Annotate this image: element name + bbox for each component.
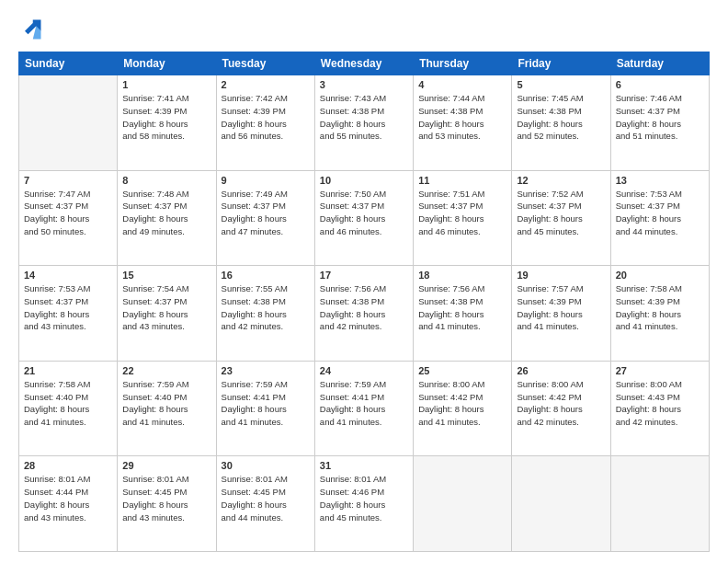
calendar-cell: 23Sunrise: 7:59 AMSunset: 4:41 PMDayligh… — [216, 361, 314, 456]
calendar-week-row: 21Sunrise: 7:58 AMSunset: 4:40 PMDayligh… — [19, 361, 710, 456]
weekday-header: Monday — [118, 52, 216, 75]
day-number: 31 — [320, 460, 408, 471]
calendar-cell: 31Sunrise: 8:01 AMSunset: 4:46 PMDayligh… — [314, 456, 413, 552]
day-info: Sunrise: 7:56 AMSunset: 4:38 PMDaylight:… — [418, 282, 506, 333]
calendar-cell: 20Sunrise: 7:58 AMSunset: 4:39 PMDayligh… — [610, 266, 709, 362]
day-info: Sunrise: 7:48 AMSunset: 4:37 PMDaylight:… — [122, 188, 210, 238]
calendar-cell: 29Sunrise: 8:01 AMSunset: 4:45 PMDayligh… — [118, 456, 216, 552]
day-info: Sunrise: 7:54 AMSunset: 4:37 PMDaylight:… — [122, 282, 210, 333]
calendar-table: SundayMondayTuesdayWednesdayThursdayFrid… — [18, 52, 710, 552]
calendar-cell: 22Sunrise: 7:59 AMSunset: 4:40 PMDayligh… — [118, 361, 216, 456]
calendar-week-row: 7Sunrise: 7:47 AMSunset: 4:37 PMDaylight… — [19, 170, 710, 266]
day-number: 19 — [517, 270, 605, 281]
calendar-cell: 9Sunrise: 7:49 AMSunset: 4:37 PMDaylight… — [216, 170, 314, 266]
calendar-cell: 12Sunrise: 7:52 AMSunset: 4:37 PMDayligh… — [512, 170, 610, 266]
day-info: Sunrise: 7:50 AMSunset: 4:37 PMDaylight:… — [320, 188, 408, 238]
calendar-cell: 10Sunrise: 7:50 AMSunset: 4:37 PMDayligh… — [314, 170, 413, 266]
calendar-cell: 28Sunrise: 8:01 AMSunset: 4:44 PMDayligh… — [19, 456, 118, 552]
day-info: Sunrise: 8:01 AMSunset: 4:45 PMDaylight:… — [122, 473, 210, 523]
day-number: 27 — [616, 365, 704, 376]
day-info: Sunrise: 8:01 AMSunset: 4:46 PMDaylight:… — [320, 473, 408, 523]
weekday-header: Wednesday — [314, 52, 413, 75]
day-info: Sunrise: 7:55 AMSunset: 4:38 PMDaylight:… — [222, 282, 310, 333]
calendar-cell: 16Sunrise: 7:55 AMSunset: 4:38 PMDayligh… — [216, 266, 314, 362]
day-info: Sunrise: 7:59 AMSunset: 4:41 PMDaylight:… — [222, 378, 310, 429]
calendar-week-row: 28Sunrise: 8:01 AMSunset: 4:44 PMDayligh… — [19, 456, 710, 552]
day-number: 6 — [616, 79, 704, 90]
day-info: Sunrise: 7:53 AMSunset: 4:37 PMDaylight:… — [24, 282, 112, 333]
calendar-week-row: 14Sunrise: 7:53 AMSunset: 4:37 PMDayligh… — [19, 266, 710, 362]
weekday-header: Thursday — [414, 52, 512, 75]
weekday-header: Tuesday — [216, 52, 314, 75]
day-info: Sunrise: 7:57 AMSunset: 4:39 PMDaylight:… — [517, 282, 605, 333]
day-number: 3 — [320, 79, 408, 90]
calendar-cell: 11Sunrise: 7:51 AMSunset: 4:37 PMDayligh… — [414, 170, 512, 266]
calendar-cell: 19Sunrise: 7:57 AMSunset: 4:39 PMDayligh… — [512, 266, 610, 362]
calendar-cell — [19, 75, 118, 171]
day-number: 30 — [222, 460, 310, 471]
day-number: 5 — [517, 79, 605, 90]
calendar-cell — [610, 456, 709, 552]
day-info: Sunrise: 7:49 AMSunset: 4:37 PMDaylight:… — [222, 188, 310, 238]
day-number: 25 — [418, 365, 506, 376]
day-info: Sunrise: 7:58 AMSunset: 4:40 PMDaylight:… — [24, 378, 112, 429]
day-number: 10 — [320, 175, 408, 186]
day-number: 21 — [24, 365, 112, 376]
calendar-cell: 5Sunrise: 7:45 AMSunset: 4:38 PMDaylight… — [512, 75, 610, 171]
day-number: 11 — [418, 175, 506, 186]
calendar-cell: 2Sunrise: 7:42 AMSunset: 4:39 PMDaylight… — [216, 75, 314, 171]
calendar-cell: 26Sunrise: 8:00 AMSunset: 4:42 PMDayligh… — [512, 361, 610, 456]
day-info: Sunrise: 8:00 AMSunset: 4:42 PMDaylight:… — [418, 378, 506, 429]
day-info: Sunrise: 7:53 AMSunset: 4:37 PMDaylight:… — [616, 188, 704, 238]
day-number: 29 — [122, 460, 210, 471]
day-number: 2 — [222, 79, 310, 90]
calendar-cell: 25Sunrise: 8:00 AMSunset: 4:42 PMDayligh… — [414, 361, 512, 456]
calendar-cell: 30Sunrise: 8:01 AMSunset: 4:45 PMDayligh… — [216, 456, 314, 552]
day-info: Sunrise: 8:00 AMSunset: 4:43 PMDaylight:… — [616, 378, 704, 429]
day-number: 15 — [122, 270, 210, 281]
day-number: 9 — [222, 175, 310, 186]
calendar-cell: 14Sunrise: 7:53 AMSunset: 4:37 PMDayligh… — [19, 266, 118, 362]
day-number: 23 — [222, 365, 310, 376]
calendar-cell — [414, 456, 512, 552]
weekday-header: Sunday — [19, 52, 118, 75]
day-number: 18 — [418, 270, 506, 281]
day-info: Sunrise: 7:47 AMSunset: 4:37 PMDaylight:… — [24, 188, 112, 238]
calendar-cell: 24Sunrise: 7:59 AMSunset: 4:41 PMDayligh… — [314, 361, 413, 456]
calendar-cell: 15Sunrise: 7:54 AMSunset: 4:37 PMDayligh… — [118, 266, 216, 362]
calendar-cell: 6Sunrise: 7:46 AMSunset: 4:37 PMDaylight… — [610, 75, 709, 171]
page: SundayMondayTuesdayWednesdayThursdayFrid… — [0, 0, 728, 563]
day-number: 16 — [222, 270, 310, 281]
day-info: Sunrise: 7:42 AMSunset: 4:39 PMDaylight:… — [222, 92, 310, 143]
day-info: Sunrise: 7:58 AMSunset: 4:39 PMDaylight:… — [616, 282, 704, 333]
day-info: Sunrise: 7:44 AMSunset: 4:38 PMDaylight:… — [418, 92, 506, 143]
weekday-header: Saturday — [610, 52, 709, 75]
day-number: 24 — [320, 365, 408, 376]
logo-icon — [18, 17, 44, 42]
day-number: 13 — [616, 175, 704, 186]
header — [18, 17, 710, 42]
weekday-header: Friday — [512, 52, 610, 75]
day-info: Sunrise: 7:59 AMSunset: 4:40 PMDaylight:… — [122, 378, 210, 429]
day-info: Sunrise: 7:46 AMSunset: 4:37 PMDaylight:… — [616, 92, 704, 143]
calendar-cell: 1Sunrise: 7:41 AMSunset: 4:39 PMDaylight… — [118, 75, 216, 171]
day-number: 12 — [517, 175, 605, 186]
calendar-week-row: 1Sunrise: 7:41 AMSunset: 4:39 PMDaylight… — [19, 75, 710, 171]
calendar-cell: 7Sunrise: 7:47 AMSunset: 4:37 PMDaylight… — [19, 170, 118, 266]
calendar-cell: 8Sunrise: 7:48 AMSunset: 4:37 PMDaylight… — [118, 170, 216, 266]
calendar-cell: 27Sunrise: 8:00 AMSunset: 4:43 PMDayligh… — [610, 361, 709, 456]
logo — [18, 17, 48, 42]
day-info: Sunrise: 7:43 AMSunset: 4:38 PMDaylight:… — [320, 92, 408, 143]
day-number: 22 — [122, 365, 210, 376]
day-info: Sunrise: 8:01 AMSunset: 4:45 PMDaylight:… — [222, 473, 310, 523]
day-number: 8 — [122, 175, 210, 186]
day-info: Sunrise: 7:41 AMSunset: 4:39 PMDaylight:… — [122, 92, 210, 143]
day-info: Sunrise: 7:51 AMSunset: 4:37 PMDaylight:… — [418, 188, 506, 238]
day-number: 28 — [24, 460, 112, 471]
day-info: Sunrise: 8:00 AMSunset: 4:42 PMDaylight:… — [517, 378, 605, 429]
day-info: Sunrise: 7:56 AMSunset: 4:38 PMDaylight:… — [320, 282, 408, 333]
day-number: 20 — [616, 270, 704, 281]
calendar-cell: 17Sunrise: 7:56 AMSunset: 4:38 PMDayligh… — [314, 266, 413, 362]
calendar-cell: 21Sunrise: 7:58 AMSunset: 4:40 PMDayligh… — [19, 361, 118, 456]
day-info: Sunrise: 7:59 AMSunset: 4:41 PMDaylight:… — [320, 378, 408, 429]
